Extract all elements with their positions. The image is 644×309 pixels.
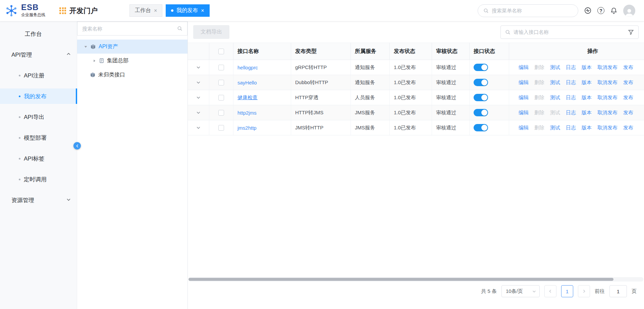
api-name-link[interactable]: http2jms [237,110,257,116]
row-checkbox[interactable] [218,80,224,85]
action-publish-link[interactable]: 发布 [623,95,633,101]
action-version-link[interactable]: 版本 [582,64,592,71]
sidebar-item-api-export[interactable]: API导出 [0,109,77,125]
api-name-link[interactable]: jms2http [237,125,257,131]
action-edit-link[interactable]: 编辑 [519,64,529,71]
filter-icon[interactable] [628,29,634,35]
collapse-sidebar-button[interactable] [73,142,81,149]
select-all-checkbox[interactable] [218,49,224,54]
row-expand-icon[interactable] [196,125,201,130]
action-edit-link[interactable]: 编辑 [519,95,529,101]
goto-page-input[interactable] [609,285,627,297]
api-status-toggle[interactable] [474,94,488,101]
api-status-toggle[interactable] [474,109,488,116]
action-delete-link[interactable]: 删除 [534,79,544,86]
menu-search-input[interactable] [492,8,573,13]
action-version-link[interactable]: 版本 [582,79,592,86]
action-publish-link[interactable]: 发布 [623,79,633,86]
action-log-link[interactable]: 日志 [566,79,576,86]
action-edit-link[interactable]: 编辑 [519,125,529,131]
api-state-cell [470,60,509,75]
api-table: 接口名称 发布类型 所属服务 发布状态 审核状态 接口状态 操作 hellogp… [188,43,644,135]
action-unpublish-link[interactable]: 取消发布 [597,79,618,86]
row-expand-icon[interactable] [196,95,201,100]
api-status-toggle[interactable] [474,124,488,131]
action-publish-link[interactable]: 发布 [623,64,633,71]
action-delete-link[interactable]: 删除 [534,64,544,71]
api-name-link[interactable]: 健康检查 [237,95,258,101]
action-publish-link[interactable]: 发布 [623,110,633,116]
action-test-link[interactable]: 测试 [550,79,560,86]
horizontal-scrollbar[interactable] [189,277,643,282]
action-delete-link[interactable]: 删除 [534,110,544,116]
bell-icon[interactable] [610,7,618,14]
action-test-link[interactable]: 测试 [550,110,560,116]
action-edit-link[interactable]: 编辑 [519,79,529,86]
sidebar: 工作台 API管理 API注册 我的发布 API导出 [0,21,77,309]
action-version-link[interactable]: 版本 [582,125,592,131]
row-expand-icon[interactable] [196,65,201,70]
api-search-input[interactable] [514,29,625,35]
tab-workbench[interactable]: 工作台 × [129,4,162,17]
avatar[interactable] [623,5,635,17]
action-log-link[interactable]: 日志 [566,125,576,131]
action-log-link[interactable]: 日志 [566,95,576,101]
action-version-link[interactable]: 版本 [582,95,592,101]
sidebar-group-api-management[interactable]: API管理 [0,47,77,62]
caret-right-icon[interactable] [93,59,96,63]
action-unpublish-link[interactable]: 取消发布 [597,95,618,101]
sidebar-item-workbench[interactable]: 工作台 [0,26,77,42]
page-size-value: 10条/页 [506,288,523,295]
help-icon[interactable]: ? [597,7,604,14]
api-status-toggle[interactable] [474,79,488,86]
api-status-toggle[interactable] [474,64,488,71]
tab-my-publish[interactable]: 我的发布 × [166,4,209,17]
scrollbar-thumb[interactable] [189,278,613,281]
row-expand-icon[interactable] [196,80,201,85]
action-unpublish-link[interactable]: 取消发布 [597,125,618,131]
monitor-icon[interactable] [584,7,592,14]
action-publish-link[interactable]: 发布 [623,125,633,131]
page-number-button[interactable]: 1 [561,285,573,297]
sidebar-item-model-deploy[interactable]: 模型部署 [0,130,77,145]
api-name-link[interactable]: hellogprc [237,65,258,70]
action-version-link[interactable]: 版本 [582,110,592,116]
row-checkbox[interactable] [218,65,224,70]
action-test-link[interactable]: 测试 [550,64,560,71]
prev-page-button[interactable] [544,285,556,297]
sidebar-item-my-publish[interactable]: 我的发布 [0,88,77,104]
sidebar-item-scheduled-call[interactable]: 定时调用 [0,172,77,187]
tab-close-icon[interactable]: × [201,8,204,14]
tree-node-group-hq[interactable]: 集团总部 [77,54,187,68]
row-checkbox[interactable] [218,125,224,131]
action-test-link[interactable]: 测试 [550,125,560,131]
row-expand-cell [188,90,209,105]
doc-export-button[interactable]: 文档导出 [193,25,229,39]
api-name-link[interactable]: sayHello [237,80,257,85]
sidebar-group-resource-management[interactable]: 资源管理 [0,192,77,208]
api-state-cell [470,90,509,105]
action-test-link[interactable]: 测试 [550,95,560,101]
row-expand-icon[interactable] [196,110,201,115]
caret-down-icon[interactable] [84,45,88,49]
row-checkbox[interactable] [218,95,224,101]
tree-node-uncategorized[interactable]: 未归类接口 [77,68,187,82]
tree-search-input[interactable] [82,26,174,32]
next-page-button[interactable] [578,285,590,297]
sidebar-item-api-tags[interactable]: API标签 [0,151,77,166]
search-icon[interactable] [177,26,182,31]
goto-unit-label: 页 [632,288,637,295]
action-log-link[interactable]: 日志 [566,64,576,71]
tree-node-api-assets[interactable]: API资产 [77,40,187,54]
sidebar-item-api-register[interactable]: API注册 [0,68,77,83]
action-log-link[interactable]: 日志 [566,110,576,116]
action-unpublish-link[interactable]: 取消发布 [597,64,618,71]
action-edit-link[interactable]: 编辑 [519,110,529,116]
action-delete-link[interactable]: 删除 [534,125,544,131]
page-size-select[interactable]: 10条/页 [501,285,540,297]
publish-type-cell: Dubbo转HTTP [291,75,351,90]
action-delete-link[interactable]: 删除 [534,95,544,101]
tab-close-icon[interactable]: × [154,8,157,14]
row-checkbox[interactable] [218,110,224,116]
action-unpublish-link[interactable]: 取消发布 [597,110,618,116]
